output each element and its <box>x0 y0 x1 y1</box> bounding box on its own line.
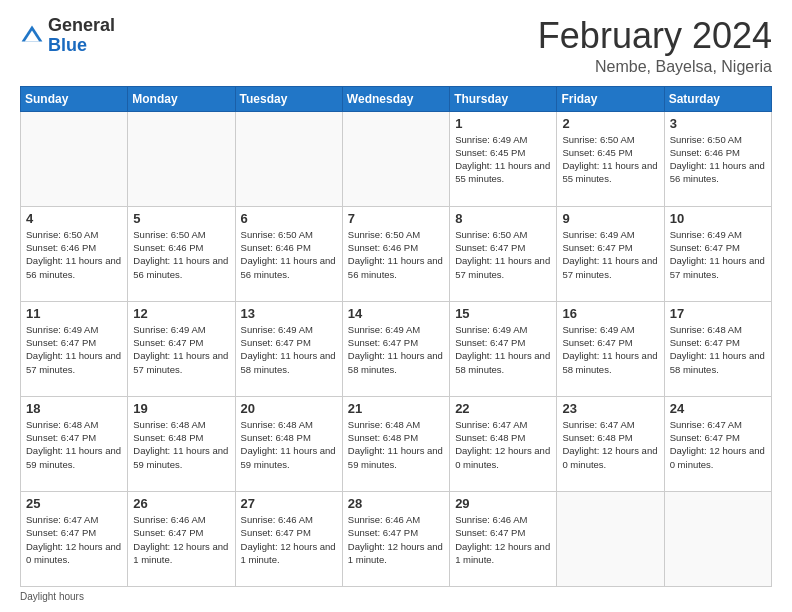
day-number: 8 <box>455 211 551 226</box>
calendar-day-header: Saturday <box>664 86 771 111</box>
day-number: 12 <box>133 306 229 321</box>
calendar-day-header: Wednesday <box>342 86 449 111</box>
day-number: 4 <box>26 211 122 226</box>
calendar-cell: 13Sunrise: 6:49 AM Sunset: 6:47 PM Dayli… <box>235 301 342 396</box>
location: Nembe, Bayelsa, Nigeria <box>538 58 772 76</box>
calendar-cell: 29Sunrise: 6:46 AM Sunset: 6:47 PM Dayli… <box>450 491 557 586</box>
day-number: 10 <box>670 211 766 226</box>
day-info: Sunrise: 6:50 AM Sunset: 6:46 PM Dayligh… <box>241 228 337 281</box>
day-info: Sunrise: 6:49 AM Sunset: 6:47 PM Dayligh… <box>455 323 551 376</box>
logo-blue: Blue <box>48 35 87 55</box>
calendar-cell: 15Sunrise: 6:49 AM Sunset: 6:47 PM Dayli… <box>450 301 557 396</box>
day-number: 29 <box>455 496 551 511</box>
day-number: 28 <box>348 496 444 511</box>
calendar-cell: 14Sunrise: 6:49 AM Sunset: 6:47 PM Dayli… <box>342 301 449 396</box>
day-number: 21 <box>348 401 444 416</box>
calendar-table: SundayMondayTuesdayWednesdayThursdayFrid… <box>20 86 772 587</box>
day-info: Sunrise: 6:48 AM Sunset: 6:48 PM Dayligh… <box>241 418 337 471</box>
logo: General Blue <box>20 16 115 56</box>
calendar-cell: 28Sunrise: 6:46 AM Sunset: 6:47 PM Dayli… <box>342 491 449 586</box>
day-info: Sunrise: 6:48 AM Sunset: 6:47 PM Dayligh… <box>26 418 122 471</box>
day-info: Sunrise: 6:49 AM Sunset: 6:47 PM Dayligh… <box>562 323 658 376</box>
day-number: 19 <box>133 401 229 416</box>
day-info: Sunrise: 6:49 AM Sunset: 6:47 PM Dayligh… <box>133 323 229 376</box>
calendar-cell: 1Sunrise: 6:49 AM Sunset: 6:45 PM Daylig… <box>450 111 557 206</box>
day-info: Sunrise: 6:48 AM Sunset: 6:48 PM Dayligh… <box>348 418 444 471</box>
day-info: Sunrise: 6:47 AM Sunset: 6:47 PM Dayligh… <box>670 418 766 471</box>
day-info: Sunrise: 6:47 AM Sunset: 6:48 PM Dayligh… <box>455 418 551 471</box>
day-number: 22 <box>455 401 551 416</box>
day-info: Sunrise: 6:50 AM Sunset: 6:47 PM Dayligh… <box>455 228 551 281</box>
calendar-cell: 11Sunrise: 6:49 AM Sunset: 6:47 PM Dayli… <box>21 301 128 396</box>
calendar-cell: 3Sunrise: 6:50 AM Sunset: 6:46 PM Daylig… <box>664 111 771 206</box>
day-number: 2 <box>562 116 658 131</box>
day-number: 16 <box>562 306 658 321</box>
calendar-cell: 7Sunrise: 6:50 AM Sunset: 6:46 PM Daylig… <box>342 206 449 301</box>
day-info: Sunrise: 6:48 AM Sunset: 6:47 PM Dayligh… <box>670 323 766 376</box>
header: General Blue February 2024 Nembe, Bayels… <box>20 16 772 76</box>
calendar-week-row: 4Sunrise: 6:50 AM Sunset: 6:46 PM Daylig… <box>21 206 772 301</box>
day-number: 13 <box>241 306 337 321</box>
day-number: 15 <box>455 306 551 321</box>
day-number: 17 <box>670 306 766 321</box>
day-info: Sunrise: 6:50 AM Sunset: 6:46 PM Dayligh… <box>26 228 122 281</box>
calendar-cell: 18Sunrise: 6:48 AM Sunset: 6:47 PM Dayli… <box>21 396 128 491</box>
calendar-cell: 21Sunrise: 6:48 AM Sunset: 6:48 PM Dayli… <box>342 396 449 491</box>
logo-text: General Blue <box>48 16 115 56</box>
calendar-cell <box>664 491 771 586</box>
calendar-cell <box>557 491 664 586</box>
calendar-day-header: Friday <box>557 86 664 111</box>
day-number: 23 <box>562 401 658 416</box>
calendar-day-header: Sunday <box>21 86 128 111</box>
month-title: February 2024 <box>538 16 772 56</box>
calendar-cell: 2Sunrise: 6:50 AM Sunset: 6:45 PM Daylig… <box>557 111 664 206</box>
calendar-cell: 6Sunrise: 6:50 AM Sunset: 6:46 PM Daylig… <box>235 206 342 301</box>
calendar-cell: 20Sunrise: 6:48 AM Sunset: 6:48 PM Dayli… <box>235 396 342 491</box>
day-info: Sunrise: 6:50 AM Sunset: 6:45 PM Dayligh… <box>562 133 658 186</box>
calendar-day-header: Thursday <box>450 86 557 111</box>
day-info: Sunrise: 6:46 AM Sunset: 6:47 PM Dayligh… <box>348 513 444 566</box>
calendar-week-row: 25Sunrise: 6:47 AM Sunset: 6:47 PM Dayli… <box>21 491 772 586</box>
calendar-cell: 25Sunrise: 6:47 AM Sunset: 6:47 PM Dayli… <box>21 491 128 586</box>
calendar-day-header: Monday <box>128 86 235 111</box>
calendar-cell: 23Sunrise: 6:47 AM Sunset: 6:48 PM Dayli… <box>557 396 664 491</box>
calendar-week-row: 1Sunrise: 6:49 AM Sunset: 6:45 PM Daylig… <box>21 111 772 206</box>
day-number: 20 <box>241 401 337 416</box>
day-info: Sunrise: 6:50 AM Sunset: 6:46 PM Dayligh… <box>348 228 444 281</box>
calendar-cell <box>21 111 128 206</box>
day-number: 14 <box>348 306 444 321</box>
calendar-cell: 10Sunrise: 6:49 AM Sunset: 6:47 PM Dayli… <box>664 206 771 301</box>
calendar-cell: 26Sunrise: 6:46 AM Sunset: 6:47 PM Dayli… <box>128 491 235 586</box>
calendar-cell: 27Sunrise: 6:46 AM Sunset: 6:47 PM Dayli… <box>235 491 342 586</box>
day-number: 6 <box>241 211 337 226</box>
calendar-day-header: Tuesday <box>235 86 342 111</box>
calendar-cell: 5Sunrise: 6:50 AM Sunset: 6:46 PM Daylig… <box>128 206 235 301</box>
day-info: Sunrise: 6:49 AM Sunset: 6:45 PM Dayligh… <box>455 133 551 186</box>
day-info: Sunrise: 6:49 AM Sunset: 6:47 PM Dayligh… <box>562 228 658 281</box>
title-area: February 2024 Nembe, Bayelsa, Nigeria <box>538 16 772 76</box>
calendar-cell: 8Sunrise: 6:50 AM Sunset: 6:47 PM Daylig… <box>450 206 557 301</box>
day-info: Sunrise: 6:46 AM Sunset: 6:47 PM Dayligh… <box>133 513 229 566</box>
day-number: 7 <box>348 211 444 226</box>
calendar-cell <box>128 111 235 206</box>
footer-note: Daylight hours <box>20 591 772 602</box>
day-info: Sunrise: 6:47 AM Sunset: 6:47 PM Dayligh… <box>26 513 122 566</box>
calendar-cell: 24Sunrise: 6:47 AM Sunset: 6:47 PM Dayli… <box>664 396 771 491</box>
day-info: Sunrise: 6:49 AM Sunset: 6:47 PM Dayligh… <box>241 323 337 376</box>
day-info: Sunrise: 6:49 AM Sunset: 6:47 PM Dayligh… <box>670 228 766 281</box>
day-info: Sunrise: 6:49 AM Sunset: 6:47 PM Dayligh… <box>348 323 444 376</box>
calendar-cell: 16Sunrise: 6:49 AM Sunset: 6:47 PM Dayli… <box>557 301 664 396</box>
page: General Blue February 2024 Nembe, Bayels… <box>0 0 792 612</box>
day-number: 3 <box>670 116 766 131</box>
calendar-cell <box>235 111 342 206</box>
day-info: Sunrise: 6:49 AM Sunset: 6:47 PM Dayligh… <box>26 323 122 376</box>
day-info: Sunrise: 6:46 AM Sunset: 6:47 PM Dayligh… <box>455 513 551 566</box>
logo-icon <box>20 24 44 48</box>
day-number: 9 <box>562 211 658 226</box>
day-number: 27 <box>241 496 337 511</box>
calendar-cell: 9Sunrise: 6:49 AM Sunset: 6:47 PM Daylig… <box>557 206 664 301</box>
calendar-cell: 22Sunrise: 6:47 AM Sunset: 6:48 PM Dayli… <box>450 396 557 491</box>
day-info: Sunrise: 6:47 AM Sunset: 6:48 PM Dayligh… <box>562 418 658 471</box>
calendar-cell: 17Sunrise: 6:48 AM Sunset: 6:47 PM Dayli… <box>664 301 771 396</box>
day-number: 26 <box>133 496 229 511</box>
